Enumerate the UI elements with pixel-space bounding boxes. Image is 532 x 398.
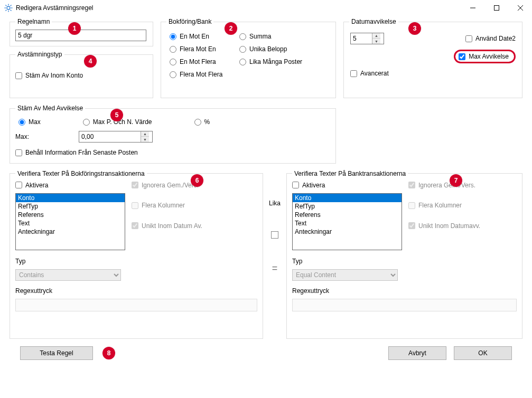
svg-point-0 [7, 6, 10, 10]
verif-bank-legend: Verifiera Texter På Banktransaktionerna [292, 170, 408, 177]
verifR-regex-input [292, 299, 517, 311]
avstamningstyp-group: Avstämningstyp Stäm Av Inom Konto 4 [10, 51, 153, 98]
svg-rect-10 [494, 6, 499, 11]
bokforing-group: Bokföring/Bank En Mot En Summa Flera Mot… [161, 18, 336, 98]
ok-button[interactable]: OK [454, 346, 512, 360]
badge-2: 2 [225, 22, 237, 35]
spin-up-icon[interactable]: ▲ [141, 131, 149, 137]
radio-flera-mot-flera[interactable]: Flera Mot Flera [170, 71, 233, 78]
svg-line-5 [6, 5, 7, 6]
radio-summa[interactable]: Summa [239, 33, 330, 40]
svg-line-8 [6, 10, 7, 11]
svg-line-7 [11, 5, 12, 6]
radio-unika-belopp[interactable]: Unika Belopp [239, 45, 330, 53]
verifL-unique-date-check: Unikt Inom Datum Av. [132, 222, 202, 230]
verifR-listbox[interactable]: Konto RefTyp Referens Text Anteckningar [292, 193, 402, 250]
spin-down-icon[interactable]: ▼ [141, 137, 149, 142]
regelnamn-group: Regelnamn 1 [10, 18, 153, 46]
gear-icon [4, 4, 13, 12]
verifR-unique-date-check: Unikt Inom Datumavv. [408, 222, 480, 230]
stam-av-med-avvikelse-group: Stäm Av Med Avvikelse Max Max P. Och N. … [10, 105, 336, 164]
close-button[interactable] [508, 0, 532, 16]
verif-bokforing-legend: Verifiera Texter På Bokföringstransaktio… [15, 170, 147, 177]
regelnamn-legend: Regelnamn [15, 18, 52, 25]
verifR-regex-label: Regexuttryck [292, 287, 517, 295]
stamav-legend: Stäm Av Med Avvikelse [15, 105, 85, 112]
radio-en-mot-en[interactable]: En Mot En [170, 33, 233, 40]
list-item[interactable]: Anteckningar [16, 228, 125, 236]
datum-spinner-input[interactable] [351, 33, 372, 44]
verifL-multi-cols-check: Flera Kolumner [132, 202, 185, 209]
test-rule-button[interactable]: Testa Regel [20, 346, 93, 360]
maximize-button[interactable] [484, 0, 508, 16]
equals-icon: = [272, 263, 278, 274]
list-item[interactable]: Konto [293, 194, 402, 202]
badge-8: 8 [102, 347, 115, 359]
spin-up-icon[interactable]: ▲ [372, 33, 380, 39]
stam-av-inom-konto-check[interactable]: Stäm Av Inom Konto [15, 72, 83, 79]
badge-6: 6 [191, 174, 203, 187]
avancerat-check[interactable]: Avancerat [350, 70, 389, 77]
list-item[interactable]: Text [16, 219, 125, 228]
bokforing-legend: Bokföring/Bank [166, 18, 213, 25]
list-item[interactable]: Referens [293, 211, 402, 219]
verif-bokforing-group: Verifiera Texter På Bokföringstransaktio… [10, 170, 263, 339]
use-date2-check[interactable]: Använd Date2 [465, 35, 516, 42]
datum-legend: Datumavvikelse [349, 18, 398, 25]
radio-en-mot-flera[interactable]: En Mot Flera [170, 58, 233, 65]
datum-spinner[interactable]: ▲▼ [350, 33, 384, 44]
cancel-button[interactable]: Avbryt [388, 346, 446, 360]
badge-4: 4 [84, 55, 97, 68]
radio-lika-manga[interactable]: Lika Många Poster [239, 58, 330, 65]
badge-7: 7 [450, 174, 462, 187]
lika-checkbox[interactable] [271, 231, 278, 239]
max-spinner[interactable]: ▲▼ [79, 131, 153, 143]
window-title: Redigera Avstämningsregel [16, 4, 461, 12]
datum-group: Datumavvikelse ▲▼ Använd Date2 Max Avvik… [343, 18, 522, 98]
lika-label: Lika [269, 200, 281, 207]
verifL-ignore-case-check: Ignorera Gem./Vers. [132, 182, 199, 189]
list-item[interactable]: RefTyp [16, 202, 125, 211]
title-bar: Redigera Avstämningsregel [0, 0, 532, 16]
keep-info-check[interactable]: Behåll Information Från Senaste Posten [15, 149, 138, 156]
verifL-listbox[interactable]: Konto RefTyp Referens Text Anteckningar [15, 193, 125, 250]
list-item[interactable]: RefTyp [293, 202, 402, 211]
verifR-activate-check[interactable]: Aktivera [292, 182, 325, 189]
verifR-multi-cols-check: Flera Kolumner [408, 202, 462, 209]
badge-1: 1 [68, 22, 81, 35]
max-avvikelse-check[interactable]: Max Avvikelse [459, 53, 509, 60]
badge-3: 3 [408, 22, 421, 35]
badge-5: 5 [110, 109, 123, 121]
avstamningstyp-legend: Avstämningstyp [15, 51, 64, 58]
spin-down-icon[interactable]: ▼ [372, 39, 380, 44]
list-item[interactable]: Referens [16, 211, 125, 219]
list-item[interactable]: Konto [16, 194, 125, 202]
max-label: Max: [15, 133, 58, 140]
minimize-button[interactable] [461, 0, 484, 16]
regelnamn-input[interactable] [15, 30, 146, 41]
verifR-typ-label: Typ [292, 258, 517, 265]
verifL-regex-input [15, 299, 257, 311]
verifL-typ-select: Contains [15, 269, 121, 281]
verifR-typ-select: Equal Content [292, 269, 398, 281]
verifL-typ-label: Typ [15, 258, 257, 265]
radio-percent[interactable]: % [194, 118, 210, 126]
radio-flera-mot-en[interactable]: Flera Mot En [170, 45, 233, 53]
footer: Testa Regel 8 Avbryt OK [10, 339, 522, 360]
svg-line-6 [11, 10, 12, 11]
max-spinner-input[interactable] [79, 131, 141, 142]
max-avvikelse-highlight: Max Avvikelse [454, 50, 516, 63]
radio-max[interactable]: Max [18, 118, 41, 126]
list-item[interactable]: Text [293, 219, 402, 228]
list-item[interactable]: Anteckningar [293, 228, 402, 236]
verifL-activate-check[interactable]: Aktivera [15, 182, 48, 189]
verifR-ignore-case-check: Ignorera Gem./Vers. [408, 182, 475, 189]
verif-bank-group: Verifiera Texter På Banktransaktionerna … [286, 170, 522, 339]
middle-column: Lika = [263, 170, 286, 339]
verifL-regex-label: Regexuttryck [15, 287, 257, 295]
window-buttons [461, 0, 532, 16]
